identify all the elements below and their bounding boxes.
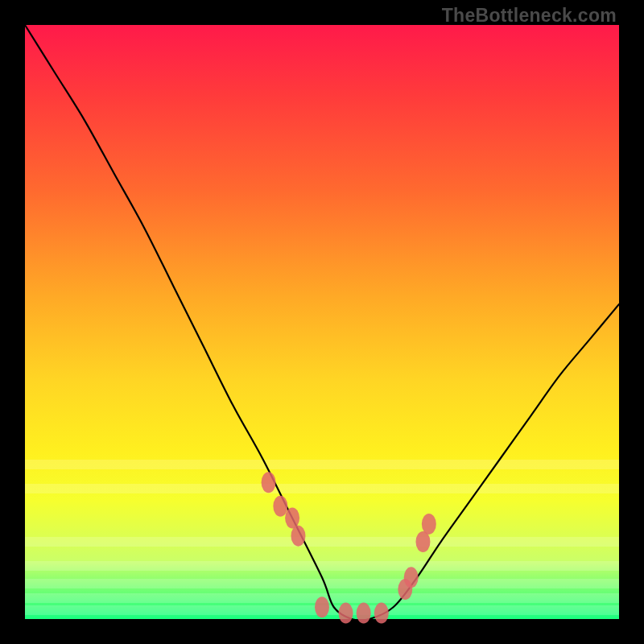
plot-area: [25, 25, 619, 619]
marker-dots: [262, 472, 436, 623]
marker-dot: [273, 496, 287, 517]
chart-frame: TheBottleneck.com: [0, 0, 644, 644]
marker-dot: [291, 526, 305, 547]
marker-dot: [357, 603, 371, 624]
marker-dot: [415, 531, 430, 552]
chart-svg: [25, 25, 619, 619]
marker-dot: [285, 508, 299, 529]
bottleneck-curve: [25, 25, 619, 621]
marker-dot: [315, 597, 329, 617]
marker-dot: [374, 603, 389, 624]
marker-dot: [339, 603, 353, 624]
marker-dot: [404, 567, 419, 588]
marker-dot: [422, 514, 436, 535]
watermark-text: TheBottleneck.com: [442, 5, 617, 27]
marker-dot: [262, 472, 276, 493]
